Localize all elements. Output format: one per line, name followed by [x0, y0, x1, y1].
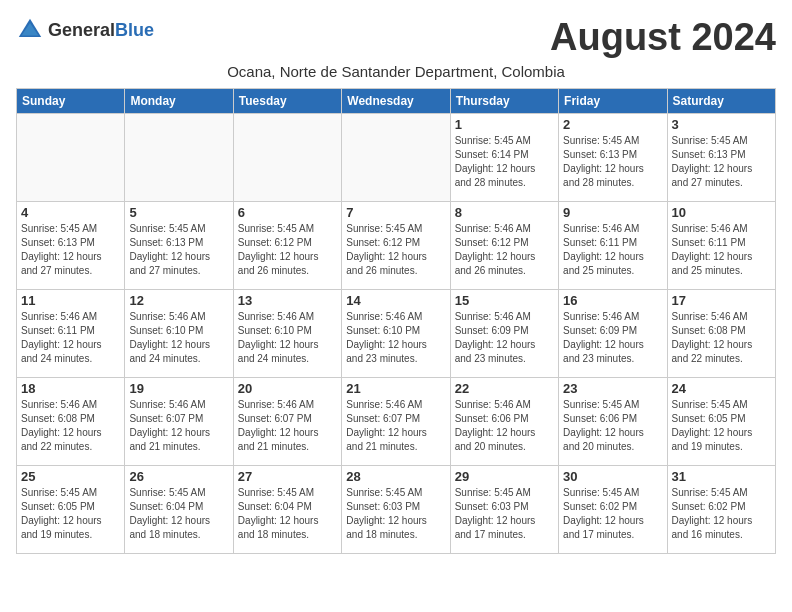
day-number: 18 [21, 381, 120, 396]
day-number: 17 [672, 293, 771, 308]
day-info: Sunrise: 5:46 AM Sunset: 6:08 PM Dayligh… [672, 310, 771, 366]
day-number: 10 [672, 205, 771, 220]
calendar-cell: 8Sunrise: 5:46 AM Sunset: 6:12 PM Daylig… [450, 202, 558, 290]
day-number: 22 [455, 381, 554, 396]
day-number: 25 [21, 469, 120, 484]
logo: GeneralBlue [16, 16, 154, 44]
calendar-cell: 29Sunrise: 5:45 AM Sunset: 6:03 PM Dayli… [450, 466, 558, 554]
logo-text-general: General [48, 20, 115, 40]
calendar-cell [17, 114, 125, 202]
day-number: 16 [563, 293, 662, 308]
calendar-week-5: 25Sunrise: 5:45 AM Sunset: 6:05 PM Dayli… [17, 466, 776, 554]
day-info: Sunrise: 5:46 AM Sunset: 6:07 PM Dayligh… [129, 398, 228, 454]
day-number: 9 [563, 205, 662, 220]
day-info: Sunrise: 5:46 AM Sunset: 6:10 PM Dayligh… [238, 310, 337, 366]
day-info: Sunrise: 5:46 AM Sunset: 6:10 PM Dayligh… [129, 310, 228, 366]
calendar-header-wednesday: Wednesday [342, 89, 450, 114]
day-number: 26 [129, 469, 228, 484]
calendar-cell [233, 114, 341, 202]
calendar-cell: 20Sunrise: 5:46 AM Sunset: 6:07 PM Dayli… [233, 378, 341, 466]
calendar-cell: 24Sunrise: 5:45 AM Sunset: 6:05 PM Dayli… [667, 378, 775, 466]
day-info: Sunrise: 5:46 AM Sunset: 6:07 PM Dayligh… [238, 398, 337, 454]
day-info: Sunrise: 5:45 AM Sunset: 6:14 PM Dayligh… [455, 134, 554, 190]
day-number: 14 [346, 293, 445, 308]
day-number: 15 [455, 293, 554, 308]
day-number: 3 [672, 117, 771, 132]
day-number: 12 [129, 293, 228, 308]
day-info: Sunrise: 5:46 AM Sunset: 6:11 PM Dayligh… [21, 310, 120, 366]
calendar-cell: 19Sunrise: 5:46 AM Sunset: 6:07 PM Dayli… [125, 378, 233, 466]
day-info: Sunrise: 5:46 AM Sunset: 6:11 PM Dayligh… [672, 222, 771, 278]
calendar-cell: 7Sunrise: 5:45 AM Sunset: 6:12 PM Daylig… [342, 202, 450, 290]
day-info: Sunrise: 5:45 AM Sunset: 6:03 PM Dayligh… [346, 486, 445, 542]
day-info: Sunrise: 5:45 AM Sunset: 6:03 PM Dayligh… [455, 486, 554, 542]
calendar-cell: 23Sunrise: 5:45 AM Sunset: 6:06 PM Dayli… [559, 378, 667, 466]
month-title: August 2024 [550, 16, 776, 59]
day-info: Sunrise: 5:46 AM Sunset: 6:09 PM Dayligh… [563, 310, 662, 366]
day-info: Sunrise: 5:45 AM Sunset: 6:02 PM Dayligh… [563, 486, 662, 542]
logo-icon [16, 16, 44, 44]
day-info: Sunrise: 5:45 AM Sunset: 6:05 PM Dayligh… [672, 398, 771, 454]
day-number: 6 [238, 205, 337, 220]
calendar-cell: 10Sunrise: 5:46 AM Sunset: 6:11 PM Dayli… [667, 202, 775, 290]
subtitle: Ocana, Norte de Santander Department, Co… [16, 63, 776, 80]
calendar-cell: 28Sunrise: 5:45 AM Sunset: 6:03 PM Dayli… [342, 466, 450, 554]
day-number: 29 [455, 469, 554, 484]
day-number: 4 [21, 205, 120, 220]
calendar-cell: 5Sunrise: 5:45 AM Sunset: 6:13 PM Daylig… [125, 202, 233, 290]
day-number: 31 [672, 469, 771, 484]
calendar: SundayMondayTuesdayWednesdayThursdayFrid… [16, 88, 776, 554]
day-info: Sunrise: 5:46 AM Sunset: 6:07 PM Dayligh… [346, 398, 445, 454]
calendar-cell: 12Sunrise: 5:46 AM Sunset: 6:10 PM Dayli… [125, 290, 233, 378]
day-number: 20 [238, 381, 337, 396]
calendar-week-3: 11Sunrise: 5:46 AM Sunset: 6:11 PM Dayli… [17, 290, 776, 378]
calendar-cell: 31Sunrise: 5:45 AM Sunset: 6:02 PM Dayli… [667, 466, 775, 554]
day-number: 1 [455, 117, 554, 132]
day-number: 27 [238, 469, 337, 484]
day-info: Sunrise: 5:45 AM Sunset: 6:05 PM Dayligh… [21, 486, 120, 542]
day-number: 21 [346, 381, 445, 396]
day-info: Sunrise: 5:46 AM Sunset: 6:12 PM Dayligh… [455, 222, 554, 278]
calendar-week-1: 1Sunrise: 5:45 AM Sunset: 6:14 PM Daylig… [17, 114, 776, 202]
day-info: Sunrise: 5:45 AM Sunset: 6:02 PM Dayligh… [672, 486, 771, 542]
day-number: 23 [563, 381, 662, 396]
day-info: Sunrise: 5:46 AM Sunset: 6:10 PM Dayligh… [346, 310, 445, 366]
calendar-cell [125, 114, 233, 202]
calendar-header-sunday: Sunday [17, 89, 125, 114]
calendar-cell: 30Sunrise: 5:45 AM Sunset: 6:02 PM Dayli… [559, 466, 667, 554]
calendar-cell: 14Sunrise: 5:46 AM Sunset: 6:10 PM Dayli… [342, 290, 450, 378]
calendar-cell: 2Sunrise: 5:45 AM Sunset: 6:13 PM Daylig… [559, 114, 667, 202]
day-number: 5 [129, 205, 228, 220]
calendar-header-row: SundayMondayTuesdayWednesdayThursdayFrid… [17, 89, 776, 114]
calendar-cell: 1Sunrise: 5:45 AM Sunset: 6:14 PM Daylig… [450, 114, 558, 202]
calendar-header-monday: Monday [125, 89, 233, 114]
calendar-cell: 3Sunrise: 5:45 AM Sunset: 6:13 PM Daylig… [667, 114, 775, 202]
calendar-cell: 17Sunrise: 5:46 AM Sunset: 6:08 PM Dayli… [667, 290, 775, 378]
calendar-cell: 6Sunrise: 5:45 AM Sunset: 6:12 PM Daylig… [233, 202, 341, 290]
calendar-cell: 4Sunrise: 5:45 AM Sunset: 6:13 PM Daylig… [17, 202, 125, 290]
calendar-cell: 25Sunrise: 5:45 AM Sunset: 6:05 PM Dayli… [17, 466, 125, 554]
calendar-week-2: 4Sunrise: 5:45 AM Sunset: 6:13 PM Daylig… [17, 202, 776, 290]
day-info: Sunrise: 5:45 AM Sunset: 6:13 PM Dayligh… [563, 134, 662, 190]
day-info: Sunrise: 5:45 AM Sunset: 6:06 PM Dayligh… [563, 398, 662, 454]
day-info: Sunrise: 5:45 AM Sunset: 6:12 PM Dayligh… [238, 222, 337, 278]
header: GeneralBlue August 2024 [16, 16, 776, 59]
calendar-week-4: 18Sunrise: 5:46 AM Sunset: 6:08 PM Dayli… [17, 378, 776, 466]
calendar-cell: 9Sunrise: 5:46 AM Sunset: 6:11 PM Daylig… [559, 202, 667, 290]
calendar-header-thursday: Thursday [450, 89, 558, 114]
calendar-cell: 18Sunrise: 5:46 AM Sunset: 6:08 PM Dayli… [17, 378, 125, 466]
day-info: Sunrise: 5:46 AM Sunset: 6:09 PM Dayligh… [455, 310, 554, 366]
day-number: 24 [672, 381, 771, 396]
day-info: Sunrise: 5:45 AM Sunset: 6:04 PM Dayligh… [238, 486, 337, 542]
day-number: 30 [563, 469, 662, 484]
day-number: 7 [346, 205, 445, 220]
day-info: Sunrise: 5:46 AM Sunset: 6:06 PM Dayligh… [455, 398, 554, 454]
calendar-cell [342, 114, 450, 202]
calendar-header-saturday: Saturday [667, 89, 775, 114]
calendar-cell: 26Sunrise: 5:45 AM Sunset: 6:04 PM Dayli… [125, 466, 233, 554]
day-info: Sunrise: 5:46 AM Sunset: 6:11 PM Dayligh… [563, 222, 662, 278]
day-info: Sunrise: 5:45 AM Sunset: 6:13 PM Dayligh… [672, 134, 771, 190]
calendar-cell: 11Sunrise: 5:46 AM Sunset: 6:11 PM Dayli… [17, 290, 125, 378]
day-number: 28 [346, 469, 445, 484]
calendar-cell: 13Sunrise: 5:46 AM Sunset: 6:10 PM Dayli… [233, 290, 341, 378]
